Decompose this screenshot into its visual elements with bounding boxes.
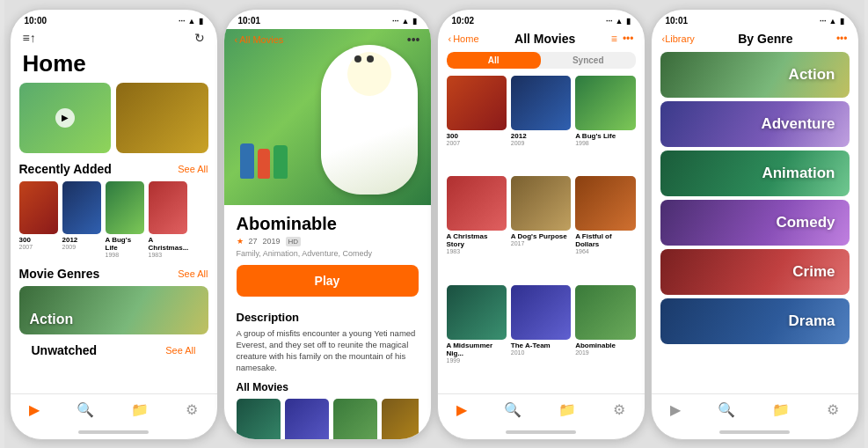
list-item[interactable]: 2012 2009	[62, 181, 101, 258]
nav-play-3[interactable]: ▶	[456, 401, 467, 418]
movie-rating: 27	[249, 237, 258, 246]
nav-settings-4[interactable]: ⚙	[827, 401, 839, 418]
top-actions-3: ≡ •••	[611, 33, 634, 45]
genre-row-crime[interactable]: Crime	[660, 249, 850, 295]
movie-hero: ‹ All Movies •••	[224, 29, 431, 205]
scroll-movie-4[interactable]	[382, 399, 419, 440]
genre-label-drama: Drama	[789, 312, 835, 330]
genre-label-crime: Crime	[792, 263, 835, 281]
poster-2012	[62, 181, 101, 234]
movie-year-300: 2007	[19, 244, 58, 250]
hero-croods[interactable]	[116, 83, 208, 153]
list-item[interactable]: A Bug's Life 1998	[575, 76, 635, 173]
nav-search-4[interactable]: 🔍	[718, 401, 735, 418]
back-button-4[interactable]: ‹ Library	[662, 33, 695, 44]
genre-row-drama[interactable]: Drama	[660, 298, 850, 344]
home-indicator-3	[506, 430, 576, 434]
bottom-nav-3: ▶ 🔍 📁 ⚙	[438, 393, 645, 427]
signal-icon-4: ···	[820, 17, 827, 26]
more-icon-2[interactable]: •••	[407, 33, 420, 47]
nav-play-4[interactable]: ▶	[670, 401, 681, 418]
movie-detail-title: Abominable	[237, 214, 419, 234]
list-icon[interactable]: ≡↑	[23, 31, 36, 45]
status-bar-4: 10:01 ··· ▲ ▮	[652, 10, 858, 29]
list-item[interactable]: 2012 2009	[511, 76, 571, 173]
status-icons-1: ··· ▲ ▮	[179, 17, 202, 26]
grid-poster-dogs	[511, 176, 571, 231]
genre-row-animation[interactable]: Animation	[660, 151, 850, 196]
hero-abominable[interactable]: ▶	[19, 83, 112, 153]
nav-play-1[interactable]: ▶	[29, 401, 40, 418]
scroll-movie-1[interactable]	[237, 399, 281, 440]
list-item[interactable]: Abominable 2019	[575, 285, 635, 390]
wifi-icon: ▲	[188, 17, 196, 26]
grid-name-xmas: A Christmas Story	[447, 232, 507, 248]
nav-library-1[interactable]: 📁	[131, 401, 149, 418]
back-button-2[interactable]: ‹ All Movies	[235, 34, 284, 45]
time-2: 10:01	[238, 16, 261, 26]
grid-poster-fistful	[575, 176, 635, 231]
unwatched-see-all[interactable]: See All	[165, 345, 195, 356]
grid-name-mid: A Midsummer Nig...	[447, 342, 507, 357]
time-1: 10:00	[25, 16, 47, 26]
filter-all[interactable]: All	[447, 52, 542, 69]
list-item[interactable]: The A-Team 2010	[511, 285, 571, 390]
kid-3	[274, 145, 288, 179]
list-view-icon[interactable]: ≡	[611, 33, 617, 45]
refresh-icon[interactable]: ↻	[194, 31, 205, 45]
more-icon-4[interactable]: •••	[836, 33, 848, 45]
back-button-3[interactable]: ‹ Home	[449, 33, 479, 44]
kid-2	[258, 149, 270, 179]
play-btn-1[interactable]: ▶	[55, 108, 75, 128]
genre-row-adventure[interactable]: Adventure	[660, 101, 850, 147]
status-icons-2: ··· ▲ ▮	[392, 17, 416, 26]
filter-synced[interactable]: Synced	[541, 52, 636, 69]
grid-year-300: 2007	[447, 140, 507, 146]
back-label-3: Home	[453, 33, 478, 44]
scroll-movie-3[interactable]	[333, 399, 377, 440]
list-item[interactable]: A Christmas Story 1983	[447, 176, 507, 281]
genre-label-adventure: Adventure	[761, 115, 835, 133]
genre-action-banner[interactable]: Action	[19, 286, 208, 334]
list-item[interactable]: A Bug's Life 1998	[106, 181, 144, 258]
list-item[interactable]: A Christmas... 1983	[149, 181, 187, 258]
page-title-1: Home	[11, 48, 217, 83]
grid-name-fistful: A Fistful of Dollars	[575, 232, 635, 248]
list-item[interactable]: A Dog's Purpose 2017	[511, 176, 571, 281]
list-item[interactable]: A Fistful of Dollars 1964	[575, 176, 635, 281]
play-button[interactable]: Play	[237, 265, 419, 297]
movie-scroll	[237, 399, 419, 440]
hero-row: ▶	[19, 83, 208, 153]
nav-settings-1[interactable]: ⚙	[186, 401, 198, 418]
nav-search-3[interactable]: 🔍	[504, 401, 522, 418]
list-item[interactable]: 300 2007	[447, 76, 507, 173]
top-bar-3: ‹ Home All Movies ≡ •••	[438, 29, 645, 48]
status-bar-2: 10:01 ··· ▲ ▮	[224, 10, 431, 29]
nav-library-4[interactable]: 📁	[772, 401, 790, 418]
unwatched-header: Unwatched See All	[32, 343, 196, 357]
grid-poster-300	[447, 76, 507, 130]
nav-settings-3[interactable]: ⚙	[613, 401, 625, 418]
hd-badge: HD	[286, 237, 302, 246]
list-item[interactable]: A Midsummer Nig... 1999	[447, 285, 507, 390]
back-label-4: Library	[665, 33, 695, 44]
scroll-movie-2[interactable]	[285, 399, 329, 440]
genres-header: Movie Genres See All	[19, 267, 208, 281]
nav-search-1[interactable]: 🔍	[77, 401, 94, 418]
phone-screen-4: 10:01 ··· ▲ ▮ ‹ Library By Genre ••• Act…	[651, 9, 859, 440]
signal-icon-2: ···	[392, 17, 399, 26]
desc-heading: Description	[237, 311, 419, 324]
more-icon-3[interactable]: •••	[623, 33, 634, 45]
grid-year-ateam: 2010	[511, 349, 571, 356]
nav-library-3[interactable]: 📁	[558, 401, 576, 418]
movie-title-bugs: A Bug's Life	[106, 236, 144, 252]
list-item[interactable]: 300 2007	[19, 181, 58, 258]
unwatched-section: Unwatched See All	[19, 340, 208, 366]
genre-row-comedy[interactable]: Comedy	[660, 200, 850, 246]
genres-see-all[interactable]: See All	[178, 268, 208, 279]
recently-added-see-all[interactable]: See All	[178, 164, 208, 174]
grid-name-2012: 2012	[511, 132, 571, 140]
genre-row-action[interactable]: Action	[660, 52, 850, 98]
grid-poster-abom	[575, 285, 635, 340]
phone-screen-2: 10:01 ··· ▲ ▮ ‹ All Movies •••	[223, 9, 432, 440]
